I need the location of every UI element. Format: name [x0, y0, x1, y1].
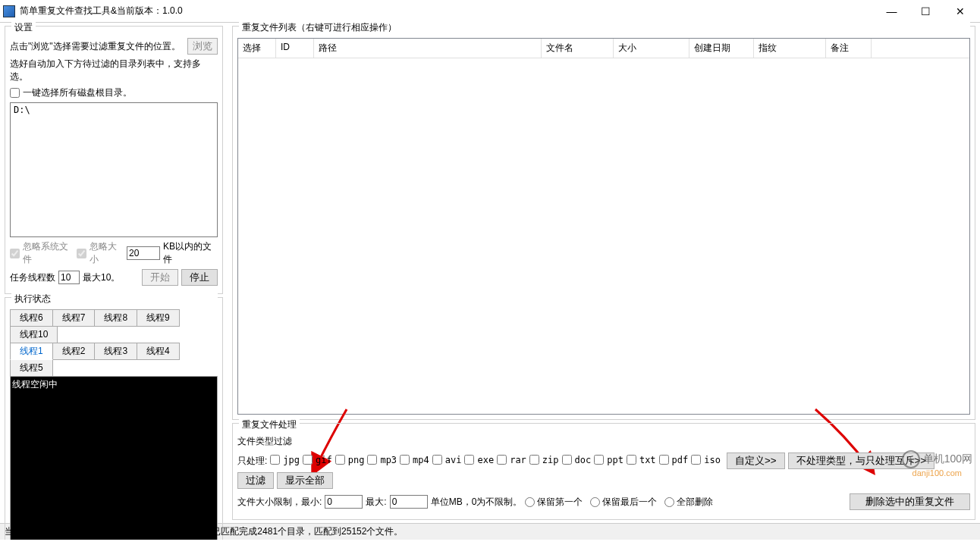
filetype-checkbox-exe[interactable]: exe	[464, 455, 494, 465]
thread-count-input[interactable]	[58, 271, 80, 284]
ignore-size-checkbox[interactable]: 忽略大小	[77, 240, 124, 266]
filetype-checkbox-mp3[interactable]: mp3	[367, 455, 397, 465]
thread-tab[interactable]: 线程8	[94, 309, 137, 327]
only-process-label: 只处理:	[237, 455, 267, 468]
thread-console: 线程空闲中	[10, 376, 218, 540]
filetype-checkbox-png[interactable]: png	[335, 455, 365, 465]
thread-tab[interactable]: 线程2	[52, 343, 96, 360]
directory-list[interactable]: D:\	[10, 102, 218, 237]
thread-tab[interactable]: 线程7	[52, 309, 96, 327]
filetype-checkbox-iso[interactable]: iso	[691, 455, 721, 465]
thread-tab[interactable]: 线程3	[94, 343, 137, 360]
thread-tab[interactable]: 线程5	[10, 359, 53, 377]
keep-last-radio[interactable]: 保留最后一个	[590, 496, 657, 509]
settings-title: 设置	[11, 21, 36, 34]
browse-button[interactable]: 浏览	[187, 38, 218, 55]
filetype-checkbox-avi[interactable]: avi	[432, 455, 462, 465]
filter-group: 重复文件处理 文件类型过滤 只处理: jpggifpngmp3mp4aviexe…	[232, 423, 975, 520]
hint-multiselect: 选好自动加入下方待过滤的目录列表中，支持多选。	[10, 58, 218, 83]
filetype-checkbox-doc[interactable]: doc	[562, 455, 592, 465]
select-all-disks-checkbox[interactable]: 一键选择所有磁盘根目录。	[10, 86, 132, 99]
size-min-input[interactable]	[325, 495, 363, 509]
start-button[interactable]: 开始	[142, 269, 178, 286]
col-size[interactable]: 大小	[614, 39, 689, 58]
thread-tab[interactable]: 线程1	[10, 343, 53, 360]
exec-status-group: 执行状态 线程6线程7线程8线程9线程10 线程1线程2线程3线程4线程5 线程…	[5, 297, 223, 540]
col-select[interactable]: 选择	[238, 39, 276, 58]
col-id[interactable]: ID	[276, 39, 314, 58]
filetype-checkbox-gif[interactable]: gif	[303, 455, 332, 465]
show-all-button[interactable]: 显示全部	[277, 472, 333, 489]
filetype-checkbox-ppt[interactable]: ppt	[594, 455, 623, 465]
size-unit: 单位MB，0为不限制。	[431, 496, 523, 509]
custom-types-button[interactable]: 自定义>>	[727, 452, 785, 469]
thread-count-label: 任务线程数	[10, 271, 55, 284]
file-table[interactable]: 选择 ID 路径 文件名 大小 创建日期 指纹 备注	[237, 38, 970, 415]
thread-max: 最大10。	[83, 271, 139, 284]
close-button[interactable]: ✕	[943, 1, 977, 22]
size-max-input[interactable]	[390, 495, 428, 509]
col-remark[interactable]: 备注	[826, 39, 872, 58]
filter-title: 重复文件处理	[239, 418, 300, 431]
filetype-checkbox-mp4[interactable]: mp4	[400, 455, 429, 465]
maximize-button[interactable]: ☐	[909, 1, 943, 22]
file-list-title: 重复文件列表（右键可进行相应操作）	[239, 21, 970, 34]
delete-all-radio[interactable]: 全部删除	[664, 496, 713, 509]
size-suffix: KB以内的文件	[163, 240, 218, 266]
file-list-group: 重复文件列表（右键可进行相应操作） 选择 ID 路径 文件名 大小 创建日期 指…	[232, 26, 975, 420]
size-max-label: 最大:	[366, 496, 386, 509]
window-title: 简单重复文件查找工具&当前版本：1.0.0	[20, 5, 875, 17]
keep-first-radio[interactable]: 保留第一个	[525, 496, 583, 509]
col-path[interactable]: 路径	[314, 39, 542, 58]
filetype-checkbox-txt[interactable]: txt	[627, 455, 656, 465]
filetype-checkbox-jpg[interactable]: jpg	[270, 455, 300, 465]
status-bar: 当前执行第二步，查找匹配文件，共15138个目录，已匹配完成2481个目录，匹配…	[0, 523, 980, 540]
title-bar: 简单重复文件查找工具&当前版本：1.0.0 — ☐ ✕	[0, 0, 980, 23]
exclude-types-button[interactable]: 不处理类型，与只处理互斥>>	[788, 452, 935, 469]
filetype-checkbox-zip[interactable]: zip	[529, 455, 559, 465]
browse-hint: 点击"浏览"选择需要过滤重复文件的位置。	[10, 40, 184, 53]
thread-tab[interactable]: 线程10	[10, 326, 58, 343]
settings-group: 设置 点击"浏览"选择需要过滤重复文件的位置。 浏览 选好自动加入下方待过滤的目…	[5, 26, 223, 294]
thread-tab[interactable]: 线程6	[10, 309, 53, 327]
filter-button[interactable]: 过滤	[237, 472, 274, 489]
directory-entry[interactable]: D:\	[14, 105, 214, 115]
ignore-size-input[interactable]	[127, 246, 160, 260]
col-fingerprint[interactable]: 指纹	[754, 39, 826, 58]
col-filename[interactable]: 文件名	[542, 39, 614, 58]
filetype-checkbox-pdf[interactable]: pdf	[659, 455, 689, 465]
ignore-system-checkbox[interactable]: 忽略系统文件	[10, 240, 74, 266]
app-icon	[3, 5, 15, 17]
delete-selected-button[interactable]: 删除选中的重复文件	[850, 493, 970, 510]
thread-tab[interactable]: 线程9	[137, 309, 180, 327]
type-filter-label: 文件类型过滤	[237, 435, 292, 448]
minimize-button[interactable]: —	[875, 1, 909, 22]
stop-button[interactable]: 停止	[181, 269, 218, 286]
col-created[interactable]: 创建日期	[689, 39, 754, 58]
exec-status-title: 执行状态	[11, 293, 218, 305]
thread-tab[interactable]: 线程4	[137, 343, 180, 360]
filetype-checkbox-rar[interactable]: rar	[497, 455, 526, 465]
size-limit-label: 文件大小限制，最小:	[237, 496, 322, 509]
